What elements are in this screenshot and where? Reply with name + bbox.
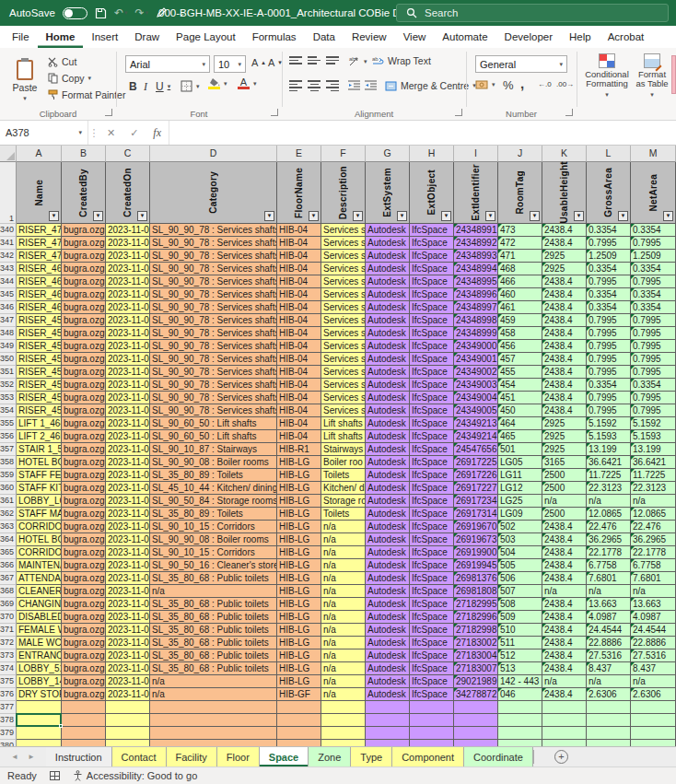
- cell-M360[interactable]: 22.3123: [631, 482, 676, 495]
- cell-L352[interactable]: 0.3354: [587, 379, 631, 392]
- cell-M377[interactable]: [631, 701, 676, 714]
- cell-B353[interactable]: bugra.ozgu: [62, 392, 106, 404]
- cell-F363[interactable]: n/a: [321, 521, 366, 533]
- cell-F360[interactable]: Kitchen/ di: [321, 482, 366, 495]
- cell-H368[interactable]: IfcSpace: [410, 585, 454, 598]
- cell-B380[interactable]: [62, 740, 106, 746]
- cell-D351[interactable]: SL_90_90_78 : Services shafts: [150, 366, 277, 379]
- row-header-369[interactable]: 369: [0, 598, 17, 611]
- cell-C377[interactable]: [106, 701, 150, 714]
- cell-L372[interactable]: 22.8886: [587, 637, 631, 649]
- cell-D342[interactable]: SL_90_90_78 : Services shafts: [150, 250, 277, 263]
- cell-A363[interactable]: CORRIDOR: [17, 521, 62, 533]
- cell-B371[interactable]: bugra.ozgu: [62, 624, 106, 637]
- row-header-379[interactable]: 379: [0, 727, 17, 740]
- cell-J345[interactable]: 460: [498, 288, 542, 301]
- ribbon-tab-draw[interactable]: Draw: [126, 26, 168, 48]
- cell-A344[interactable]: RISER_466: [17, 275, 62, 288]
- cell-G378[interactable]: [366, 714, 410, 727]
- field-header-netarea[interactable]: NetArea▼: [631, 162, 676, 224]
- cell-J346[interactable]: 461: [498, 301, 542, 314]
- field-header-description[interactable]: Description▼: [321, 162, 366, 224]
- cell-M359[interactable]: 11.7225: [631, 469, 676, 482]
- cell-K350[interactable]: 2438.4: [542, 353, 587, 366]
- cell-K346[interactable]: 2438.4: [542, 301, 587, 314]
- cell-L343[interactable]: 0.3354: [587, 263, 631, 275]
- cell-B346[interactable]: bugra.ozgu: [62, 301, 106, 314]
- cell-F340[interactable]: Services s: [321, 224, 366, 237]
- cell-E367[interactable]: HIB-LG: [277, 572, 321, 585]
- cell-H375[interactable]: IfcSpace: [410, 675, 454, 688]
- cell-L356[interactable]: 5.1593: [587, 430, 631, 443]
- cell-B375[interactable]: bugra.ozgu: [62, 675, 106, 688]
- cell-B350[interactable]: bugra.ozgu: [62, 353, 106, 366]
- row-header-346[interactable]: 346: [0, 301, 17, 314]
- cell-D365[interactable]: SL_90_10_15 : Corridors: [150, 546, 277, 559]
- cell-J367[interactable]: 506: [498, 572, 542, 585]
- cell-D374[interactable]: SL_35_80_68 : Public toilets: [150, 662, 277, 675]
- cell-M380[interactable]: [631, 740, 676, 746]
- cell-C370[interactable]: 2023-11-06: [106, 611, 150, 624]
- cell-G380[interactable]: [366, 740, 410, 746]
- increase-indent-button[interactable]: [365, 80, 377, 90]
- cell-D341[interactable]: SL_90_90_78 : Services shafts: [150, 237, 277, 250]
- field-header-grossarea[interactable]: GrossArea▼: [587, 162, 631, 224]
- cell-M363[interactable]: 22.476: [631, 521, 676, 533]
- cell-L340[interactable]: 0.3354: [587, 224, 631, 237]
- cell-F347[interactable]: Services s: [321, 314, 366, 327]
- cell-A359[interactable]: STAFF FEMALE: [17, 469, 62, 482]
- font-color-button[interactable]: A ▾: [238, 78, 257, 89]
- cell-F356[interactable]: Lift shafts: [321, 430, 366, 443]
- cell-K380[interactable]: [542, 740, 587, 746]
- cell-C363[interactable]: 2023-11-06: [106, 521, 150, 533]
- cell-D356[interactable]: SL_90_60_50 : Lift shafts: [150, 430, 277, 443]
- cell-B345[interactable]: bugra.ozgu: [62, 288, 106, 301]
- cell-M343[interactable]: 0.3354: [631, 263, 676, 275]
- cell-C358[interactable]: 2023-11-06: [106, 456, 150, 469]
- cell-B378[interactable]: [62, 714, 106, 727]
- cell-I350[interactable]: 24349001: [454, 353, 498, 366]
- cell-E359[interactable]: HIB-LG: [277, 469, 321, 482]
- cell-A353[interactable]: RISER_451: [17, 392, 62, 404]
- cell-K368[interactable]: n/a: [542, 585, 587, 598]
- cell-K359[interactable]: 2500: [542, 469, 587, 482]
- cell-A343[interactable]: RISER_468: [17, 263, 62, 275]
- cell-H351[interactable]: IfcSpace: [410, 366, 454, 379]
- cell-M358[interactable]: 36.6421: [631, 456, 676, 469]
- cell-A356[interactable]: LIFT 2_465: [17, 430, 62, 443]
- cell-D358[interactable]: SL_90_90_08 : Boiler rooms: [150, 456, 277, 469]
- filter-button[interactable]: ▼: [530, 211, 540, 221]
- percent-style-button[interactable]: %: [503, 78, 514, 92]
- cell-E377[interactable]: [277, 701, 321, 714]
- cell-A362[interactable]: STAFF MALE: [17, 508, 62, 521]
- cell-F344[interactable]: Services s: [321, 275, 366, 288]
- cell-I357[interactable]: 24547656: [454, 443, 498, 456]
- row-header-362[interactable]: 362: [0, 508, 17, 521]
- cell-G365[interactable]: Autodesk Re: [366, 546, 410, 559]
- cell-I376[interactable]: 34278872: [454, 688, 498, 701]
- row-header-348[interactable]: 348: [0, 327, 17, 340]
- cell-J344[interactable]: 466: [498, 275, 542, 288]
- cell-F366[interactable]: n/a: [321, 559, 366, 572]
- cell-D369[interactable]: SL_35_80_68 : Public toilets: [150, 598, 277, 611]
- cell-G359[interactable]: Autodesk Re: [366, 469, 410, 482]
- row-header-353[interactable]: 353: [0, 392, 17, 404]
- cell-A348[interactable]: RISER_458: [17, 327, 62, 340]
- cell-D378[interactable]: [150, 714, 277, 727]
- cell-D360[interactable]: SL_45_10_44 : Kitchen/ dining: [150, 482, 277, 495]
- cell-L342[interactable]: 1.2509: [587, 250, 631, 263]
- cell-H348[interactable]: IfcSpace: [410, 327, 454, 340]
- conditional-formatting-button[interactable]: Conditional Formatting▾: [582, 53, 632, 99]
- cell-I374[interactable]: 27183007: [454, 662, 498, 675]
- row-header-373[interactable]: 373: [0, 649, 17, 662]
- cell-B366[interactable]: bugra.ozgu: [62, 559, 106, 572]
- row-header-359[interactable]: 359: [0, 469, 17, 482]
- cell-A373[interactable]: ENTRANCE: [17, 649, 62, 662]
- cell-A345[interactable]: RISER_460: [17, 288, 62, 301]
- cell-F359[interactable]: Toilets: [321, 469, 366, 482]
- ribbon-tab-developer[interactable]: Developer: [496, 26, 561, 48]
- cell-K372[interactable]: 2438.4: [542, 637, 587, 649]
- cell-I345[interactable]: 24348996: [454, 288, 498, 301]
- cell-K342[interactable]: 2925: [542, 250, 587, 263]
- cell-G367[interactable]: Autodesk Re: [366, 572, 410, 585]
